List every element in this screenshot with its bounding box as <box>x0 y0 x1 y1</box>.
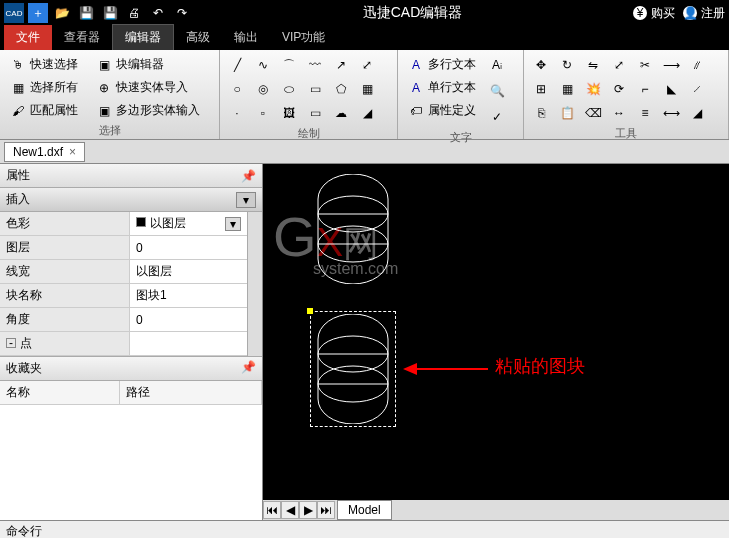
textstyle-icon[interactable]: Aᵢ <box>486 54 508 76</box>
extend-icon[interactable]: ⟶ <box>660 54 682 76</box>
arc-icon[interactable]: ⌒ <box>278 54 300 76</box>
nav-first-icon[interactable]: ⏮ <box>263 501 281 519</box>
tab-vip[interactable]: VIP功能 <box>270 25 337 50</box>
stretch-icon[interactable]: ↔ <box>608 102 630 124</box>
spline-icon[interactable]: 〰 <box>304 54 326 76</box>
stext-button[interactable]: A单行文本 <box>404 77 480 98</box>
tag-icon: 🏷 <box>408 103 424 119</box>
app-icon[interactable]: CAD <box>4 3 24 23</box>
match-props-button[interactable]: 🖌匹配属性 <box>6 100 82 121</box>
prop-row-layer: 图层 0 <box>0 236 247 260</box>
prop-val-point[interactable] <box>130 332 247 355</box>
fav-col-name[interactable]: 名称 <box>0 381 120 404</box>
properties-category[interactable]: 插入 ▾ <box>0 188 262 212</box>
undo-icon[interactable]: ↶ <box>148 3 168 23</box>
chevron-down-icon[interactable]: ▾ <box>225 217 241 231</box>
mtext-button[interactable]: A多行文本 <box>404 54 480 75</box>
quick-entity-import-button[interactable]: ⊕快速实体导入 <box>92 77 204 98</box>
join-icon[interactable]: ⟳ <box>608 78 630 100</box>
array2-icon[interactable]: ▦ <box>556 78 578 100</box>
lengthen-icon[interactable]: ⟷ <box>660 102 682 124</box>
chamfer-icon[interactable]: ◣ <box>660 78 682 100</box>
offset-icon[interactable]: ⫽ <box>686 54 708 76</box>
print-icon[interactable]: 🖨 <box>124 3 144 23</box>
point-icon[interactable]: · <box>226 102 248 124</box>
cloud-icon[interactable]: ☁ <box>330 102 352 124</box>
prop-row-blockname: 块名称 图块1 <box>0 284 247 308</box>
erase-icon[interactable]: ⌫ <box>582 102 604 124</box>
copy-icon[interactable]: ⎘ <box>530 102 552 124</box>
expand-icon[interactable]: ◢ <box>356 102 378 124</box>
block-editor-button[interactable]: ▣块编辑器 <box>92 54 204 75</box>
drawing-canvas[interactable]: GX网 system.com <box>263 164 729 500</box>
line-icon[interactable]: ╱ <box>226 54 248 76</box>
trim-icon[interactable]: ✂ <box>634 54 656 76</box>
selection-handle[interactable] <box>307 308 313 314</box>
tab-output[interactable]: 输出 <box>222 25 270 50</box>
spell-icon[interactable]: ✓ <box>486 106 508 128</box>
tab-editor[interactable]: 编辑器 <box>112 24 174 50</box>
align-icon[interactable]: ≡ <box>634 102 656 124</box>
group-label-select: 选择 <box>6 121 213 138</box>
rect-icon[interactable]: ▭ <box>304 78 326 100</box>
prop-val-color[interactable]: 以图层 ▾ <box>130 212 247 235</box>
nav-last-icon[interactable]: ⏭ <box>317 501 335 519</box>
chevron-down-icon[interactable]: ▾ <box>236 192 256 208</box>
pin-icon[interactable]: 📌 <box>241 360 256 377</box>
new-icon[interactable]: ＋ <box>28 3 48 23</box>
quick-select-button[interactable]: 🖰快速选择 <box>6 54 82 75</box>
model-tab[interactable]: Model <box>337 500 392 520</box>
circle-icon[interactable]: ○ <box>226 78 248 100</box>
region-icon[interactable]: ▭ <box>304 102 326 124</box>
prop-val-linewidth[interactable]: 以图层 <box>130 260 247 283</box>
attdef-button[interactable]: 🏷属性定义 <box>404 100 480 121</box>
break-icon[interactable]: ⟋ <box>686 78 708 100</box>
prop-val-layer[interactable]: 0 <box>130 236 247 259</box>
hatch-icon[interactable]: ▦ <box>356 78 378 100</box>
open-icon[interactable]: 📂 <box>52 3 72 23</box>
rotate-icon[interactable]: ↻ <box>556 54 578 76</box>
tab-viewer[interactable]: 查看器 <box>52 25 112 50</box>
image-icon[interactable]: 🖼 <box>278 102 300 124</box>
explode-icon[interactable]: 💥 <box>582 78 604 100</box>
move-icon[interactable]: ✥ <box>530 54 552 76</box>
array-icon[interactable]: ⊞ <box>530 78 552 100</box>
nav-next-icon[interactable]: ▶ <box>299 501 317 519</box>
brush-icon: 🖌 <box>10 103 26 119</box>
fav-col-path[interactable]: 路径 <box>120 381 262 404</box>
pin-icon[interactable]: 📌 <box>241 169 256 183</box>
prop-val-blockname[interactable]: 图块1 <box>130 284 247 307</box>
command-line[interactable]: 命令行 <box>0 520 729 538</box>
paste-icon[interactable]: 📋 <box>556 102 578 124</box>
saveas-icon[interactable]: 💾 <box>100 3 120 23</box>
ray-icon[interactable]: ↗ <box>330 54 352 76</box>
fillet-icon[interactable]: ⌐ <box>634 78 656 100</box>
nav-prev-icon[interactable]: ◀ <box>281 501 299 519</box>
buy-button[interactable]: ¥购买 <box>633 5 675 22</box>
scrollbar[interactable] <box>247 212 262 356</box>
circle2-icon[interactable]: ◎ <box>252 78 274 100</box>
xline-icon[interactable]: ⤢ <box>356 54 378 76</box>
scale-icon[interactable]: ⤢ <box>608 54 630 76</box>
file-tab[interactable]: New1.dxf × <box>4 142 85 162</box>
polyline-icon[interactable]: ∿ <box>252 54 274 76</box>
redo-icon[interactable]: ↷ <box>172 3 192 23</box>
tab-advanced[interactable]: 高级 <box>174 25 222 50</box>
favorites-columns: 名称 路径 <box>0 381 262 405</box>
insert-icon[interactable]: ▫ <box>252 102 274 124</box>
polygon2-icon[interactable]: ⬠ <box>330 78 352 100</box>
prop-val-angle[interactable]: 0 <box>130 308 247 331</box>
select-all-button[interactable]: ▦选择所有 <box>6 77 82 98</box>
annotation-arrow <box>403 359 493 379</box>
expand2-icon[interactable]: ◢ <box>686 102 708 124</box>
save-icon[interactable]: 💾 <box>76 3 96 23</box>
find-icon[interactable]: 🔍 <box>486 80 508 102</box>
group-label-text: 文字 <box>404 128 517 145</box>
polygon-entity-input-button[interactable]: ▣多边形实体输入 <box>92 100 204 121</box>
tab-file[interactable]: 文件 <box>4 25 52 50</box>
register-button[interactable]: 👤注册 <box>683 5 725 22</box>
group-label-draw: 绘制 <box>226 124 391 141</box>
mirror-icon[interactable]: ⇋ <box>582 54 604 76</box>
ellipse-icon[interactable]: ⬭ <box>278 78 300 100</box>
close-icon[interactable]: × <box>69 145 76 159</box>
